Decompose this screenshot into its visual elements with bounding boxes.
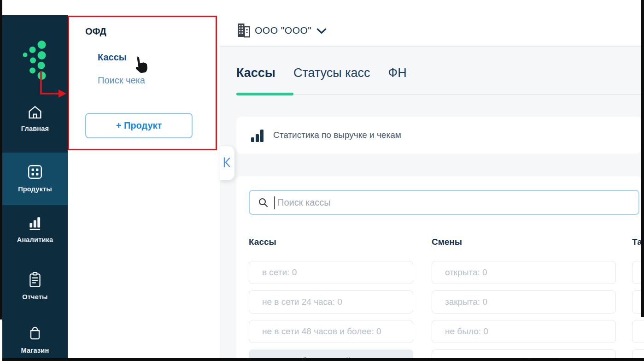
status-chip-label: не было: 0 <box>445 326 488 337</box>
reports-clipboard-icon <box>27 282 43 290</box>
status-chip-label: закрыта: 0 <box>445 297 487 307</box>
sidebar: Главная Продукты Аналитика <box>2 15 68 361</box>
sidebar-item-shop[interactable]: Магазин <box>2 325 68 354</box>
status-filter-chip[interactable] <box>632 320 644 343</box>
text-caret <box>274 196 275 209</box>
panel-title: ОФД <box>85 26 106 37</box>
statistics-card[interactable]: Статистика по выручке и чекам <box>236 117 641 154</box>
products-grid-icon <box>27 174 43 182</box>
shop-bag-icon <box>27 335 43 343</box>
status-column: Сменыоткрыта: 0закрыта: 0не было: 0смена… <box>432 237 616 361</box>
sidebar-item-analytics[interactable]: Аналитика <box>2 215 68 243</box>
sidebar-item-label: Отчеты <box>2 293 68 301</box>
statistics-card-title: Статистика по выручке и чекам <box>273 130 401 140</box>
tab-kassa-statuses[interactable]: Статусы касс <box>293 66 370 80</box>
status-column: Кассыв сети: 0не в сети 24 часа: 0не в с… <box>249 237 413 361</box>
status-chip-label: открыта: 0 <box>445 267 487 278</box>
bar-chart-icon <box>250 128 266 144</box>
collapse-panel-icon <box>222 156 232 170</box>
status-chip-label: не в сети 48 часов и более: 0 <box>262 326 381 337</box>
sidebar-item-label: Магазин <box>2 347 68 354</box>
sidebar-item-label: Продукты <box>2 185 68 193</box>
search-placeholder: Поиск кассы <box>277 197 331 208</box>
status-filter-chip[interactable]: не в сети 48 часов и более: 0 <box>249 320 413 343</box>
tab-kassy[interactable]: Кассы <box>236 66 275 80</box>
status-column-header: Кассы <box>249 237 413 247</box>
status-filter-chip[interactable]: не в сети 24 часа: 0 <box>249 290 413 314</box>
collapse-panel-button[interactable] <box>220 146 234 180</box>
product-panel: ОФД Кассы Поиск чека + Продукт <box>68 15 220 361</box>
sidebar-item-home[interactable]: Главная <box>2 105 68 132</box>
sidebar-item-label: Аналитика <box>2 236 68 243</box>
company-selector[interactable]: ООО "ООО" <box>255 25 311 36</box>
status-chip-label: не в сети 24 часа: 0 <box>262 297 342 307</box>
topbar: ООО "ООО" <box>220 15 641 47</box>
status-filter-chip[interactable]: не было: 0 <box>432 320 616 343</box>
chevron-down-icon[interactable] <box>316 28 327 36</box>
app-logo-icon[interactable] <box>22 38 51 84</box>
frame-edge-left <box>0 0 2 320</box>
tab-fn[interactable]: ФН <box>388 66 407 80</box>
sidebar-item-label: Главная <box>2 125 68 132</box>
status-column-header: Смены <box>432 237 616 247</box>
status-filter-chip[interactable]: открыта: 0 <box>432 261 616 284</box>
active-tab-underline <box>236 93 293 95</box>
home-icon <box>27 113 43 121</box>
tab-divider <box>236 94 641 95</box>
analytics-bars-icon <box>27 225 43 232</box>
status-filter-chip[interactable]: закрыта: 0 <box>432 290 616 314</box>
add-product-button[interactable]: + Продукт <box>85 113 193 138</box>
building-icon <box>237 23 250 40</box>
status-filter-chip[interactable]: в сети: 0 <box>249 261 413 284</box>
panel-link-receipt-search[interactable]: Поиск чека <box>98 75 145 86</box>
status-chip-label: в сети: 0 <box>262 267 297 278</box>
kassa-list-card: Поиск кассы Кассыв сети: 0не в сети 24 ч… <box>236 176 641 361</box>
frame-edge-right <box>641 0 644 317</box>
main-content: ООО "ООО" Кассы Статусы касс ФН Статисти… <box>220 15 641 361</box>
sidebar-item-reports[interactable]: Отчеты <box>2 272 68 301</box>
tab-bar: Кассы Статусы касс ФН <box>236 66 407 80</box>
panel-link-kassy[interactable]: Кассы <box>98 52 127 63</box>
search-icon <box>258 197 269 210</box>
search-input[interactable]: Поиск кассы <box>249 190 639 215</box>
frame-edge-bottom <box>2 358 644 361</box>
sidebar-item-products[interactable]: Продукты <box>2 153 68 205</box>
